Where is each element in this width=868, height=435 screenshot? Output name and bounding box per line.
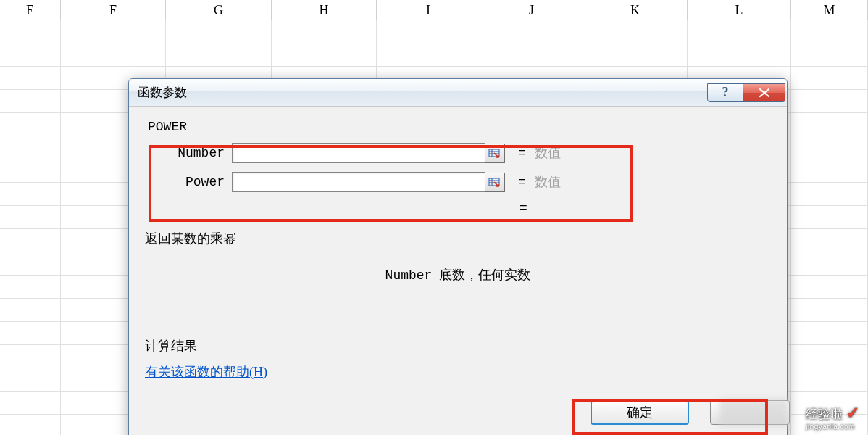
cell[interactable] [791,183,868,206]
column-header[interactable]: I [377,0,480,20]
param-result-hint: 数值 [535,173,561,191]
param-label: Power [145,175,225,189]
cell[interactable] [0,183,61,206]
cell[interactable] [791,276,868,299]
cell[interactable] [0,136,61,160]
cell[interactable] [791,322,868,345]
cell[interactable] [377,44,480,67]
cell[interactable] [0,20,61,44]
watermark: 经验啦 ✓ jingyanla.com [806,404,859,431]
equals-sign: = [518,175,526,189]
ok-button[interactable]: 确定 [591,400,689,425]
function-help-link[interactable]: 有关该函数的帮助(H) [145,363,267,381]
cell[interactable] [0,252,61,276]
param-desc-text: 底数，任何实数 [439,268,530,282]
cell[interactable] [272,20,377,44]
range-selector-icon [488,176,501,188]
parameter-row: Power = 数值 [145,172,771,192]
cell[interactable] [791,20,868,44]
cell[interactable] [0,392,61,415]
function-arguments-dialog: 函数参数 ? POWER Number = [128,78,788,435]
cell[interactable] [0,299,61,322]
parameter-row: Number = 数值 [145,143,771,163]
cell[interactable] [0,322,61,345]
watermark-url: jingyanla.com [806,423,859,431]
cell[interactable] [791,206,868,229]
cell[interactable] [791,345,868,368]
cell[interactable] [0,206,61,229]
cell[interactable] [480,44,583,67]
range-selector-icon [488,147,501,159]
cell[interactable] [0,368,61,392]
column-header[interactable]: L [688,0,791,20]
result-equals: = [519,201,771,215]
equals-sign: = [518,146,526,160]
column-header[interactable]: M [791,0,868,20]
dialog-body: POWER Number = 数值 Power [129,107,787,388]
cell[interactable] [791,67,868,90]
function-name-label: POWER [148,120,771,134]
dialog-titlebar[interactable]: 函数参数 ? [129,79,787,107]
cell[interactable] [0,345,61,368]
column-header[interactable]: G [166,0,272,20]
function-description: 返回某数的乘幂 [145,230,771,247]
cell[interactable] [0,415,61,435]
close-button[interactable] [743,83,785,102]
cell[interactable] [688,44,791,67]
cell[interactable] [583,20,688,44]
cell[interactable] [583,44,688,67]
titlebar-buttons: ? [707,83,785,102]
cell[interactable] [791,160,868,183]
cell[interactable] [0,229,61,252]
cell[interactable] [377,20,480,44]
cell[interactable] [0,276,61,299]
help-icon: ? [722,85,729,100]
cell[interactable] [791,113,868,136]
cell[interactable] [791,299,868,322]
watermark-brand: 经验啦 [806,407,843,421]
column-header-row: EFGHIJKLM [0,0,868,20]
param-input-power[interactable] [232,172,485,192]
column-header[interactable]: E [0,0,61,20]
cell[interactable] [791,229,868,252]
cancel-blur-overlay [719,399,788,426]
param-result-hint: 数值 [535,144,561,162]
cell[interactable] [166,20,272,44]
cell[interactable] [0,160,61,183]
column-header[interactable]: K [583,0,688,20]
close-icon [758,88,771,98]
parameter-description: Number底数，任何实数 [145,266,771,283]
cell[interactable] [61,44,166,67]
column-header[interactable]: F [61,0,166,20]
cell[interactable] [791,368,868,392]
dialog-title: 函数参数 [138,84,187,101]
cell[interactable] [791,44,868,67]
cell[interactable] [791,252,868,276]
cell[interactable] [0,113,61,136]
watermark-check-icon: ✓ [846,404,859,422]
help-button[interactable]: ? [707,83,743,102]
param-label: Number [145,146,225,160]
column-header[interactable]: H [272,0,377,20]
range-selector-button[interactable] [485,144,505,163]
param-input-number[interactable] [232,143,485,163]
cell[interactable] [166,44,272,67]
cell[interactable] [61,20,166,44]
calculation-result-label: 计算结果 = [145,337,771,355]
cell[interactable] [0,90,61,113]
cell[interactable] [272,44,377,67]
column-header[interactable]: J [480,0,583,20]
cell[interactable] [791,136,868,160]
cell[interactable] [688,20,791,44]
cell[interactable] [0,67,61,90]
cell[interactable] [480,20,583,44]
cell[interactable] [0,44,61,67]
cell[interactable] [791,90,868,113]
param-desc-name: Number [385,268,433,283]
range-selector-button[interactable] [485,173,505,192]
